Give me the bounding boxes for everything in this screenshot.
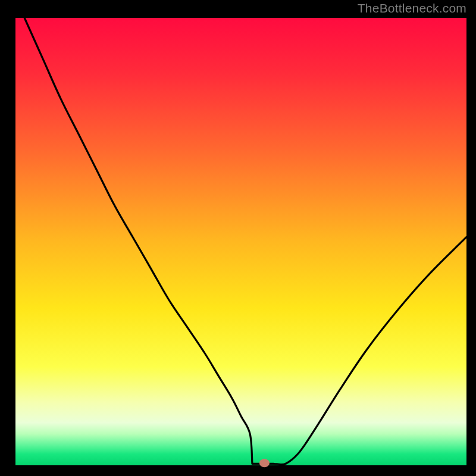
chart-frame: TheBottleneck.com	[0, 0, 476, 476]
plot-area	[15, 18, 466, 465]
optimal-marker	[259, 459, 270, 467]
bottleneck-chart	[0, 0, 476, 476]
